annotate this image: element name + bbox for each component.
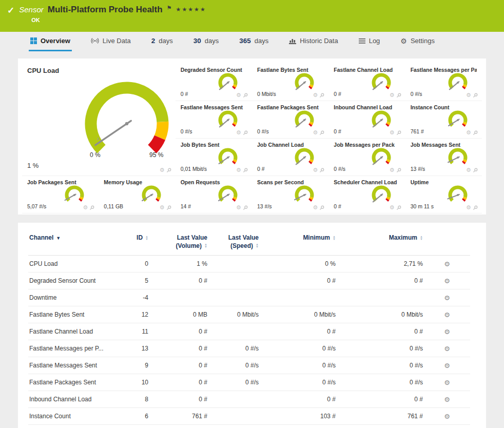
live-icon: [91, 37, 99, 44]
tab-2-days[interactable]: 2days: [150, 32, 175, 51]
cell-channel[interactable]: Degraded Sensor Count: [28, 273, 120, 289]
channel-settings-gear-icon[interactable]: ⚙: [444, 260, 450, 268]
tab-365-days[interactable]: 365days: [238, 32, 270, 51]
cell-last_volume: 0 #: [149, 374, 208, 391]
sort-desc-icon: ▼: [56, 236, 61, 241]
pin-icon[interactable]: [243, 130, 248, 135]
channel-settings-gear-icon[interactable]: ⚙: [444, 362, 450, 369]
column-header-min[interactable]: Minimum▲▼: [260, 230, 337, 256]
cell-channel[interactable]: Fastlane Bytes Sent: [28, 306, 120, 323]
gear-icon[interactable]: ⚙: [390, 130, 395, 135]
column-header-max[interactable]: Maximum▲▼: [337, 230, 424, 256]
gear-icon[interactable]: ⚙: [236, 92, 241, 98]
pin-icon[interactable]: [319, 205, 324, 210]
cell-channel[interactable]: Downtime: [28, 289, 120, 306]
channel-settings-gear-icon[interactable]: ⚙: [444, 328, 450, 336]
channel-settings-gear-icon[interactable]: ⚙: [444, 413, 450, 420]
cell-channel[interactable]: Fastlane Messages per P...: [28, 340, 120, 357]
column-header-last_speed[interactable]: Last Value(Speed)▲▼: [208, 230, 260, 256]
tab-live-data[interactable]: Live Data: [89, 32, 132, 51]
gear-icon[interactable]: ⚙: [313, 205, 318, 210]
gear-icon[interactable]: ⚙: [160, 205, 165, 210]
flag-icon[interactable]: ⚑: [167, 5, 172, 11]
gauge-scale-max: 95 %: [149, 151, 163, 159]
tab-historic-data[interactable]: Historic Data: [287, 32, 339, 51]
column-header-channel[interactable]: Channel▼: [28, 230, 120, 256]
gauge-value: 0 Mbit/s: [257, 91, 276, 97]
tab-number: 30: [193, 37, 201, 45]
priority-stars[interactable]: ★★★★★: [176, 6, 206, 13]
gear-icon[interactable]: ⚙: [160, 167, 165, 173]
cell-last_speed: [208, 256, 260, 273]
gear-icon[interactable]: ⚙: [390, 92, 395, 98]
cell-channel[interactable]: CPU Load: [28, 256, 120, 273]
pin-icon[interactable]: [319, 168, 324, 173]
column-header-id[interactable]: ID▲▼: [120, 230, 149, 256]
gear-icon[interactable]: ⚙: [313, 130, 318, 135]
channel-settings-gear-icon[interactable]: ⚙: [444, 396, 450, 403]
pin-icon[interactable]: [243, 168, 248, 173]
cell-id: 12: [120, 306, 149, 323]
pin-icon[interactable]: [166, 168, 171, 173]
gear-icon[interactable]: ⚙: [236, 167, 241, 173]
tab-30-days[interactable]: 30days: [192, 32, 221, 51]
gear-icon[interactable]: ⚙: [313, 92, 318, 98]
gear-icon[interactable]: ⚙: [390, 205, 395, 210]
cell-last_speed: [208, 273, 260, 289]
cell-channel[interactable]: Fastlane Channel Load: [28, 323, 120, 340]
gear-icon[interactable]: ⚙: [236, 205, 241, 210]
gear-icon[interactable]: ⚙: [466, 130, 471, 135]
tab-label: Live Data: [103, 37, 131, 45]
gauge-dial: [293, 108, 316, 132]
pin-icon[interactable]: [396, 205, 401, 210]
gear-icon[interactable]: ⚙: [390, 167, 395, 173]
pin-icon[interactable]: [319, 130, 324, 135]
cell-last_speed: [208, 289, 260, 306]
table-row-fastlane-messages-sent: Fastlane Messages Sent90 #0 #/s0 #/s0 #/…: [28, 357, 470, 374]
channel-settings-gear-icon[interactable]: ⚙: [444, 345, 450, 353]
channel-settings-gear-icon[interactable]: ⚙: [444, 311, 450, 319]
gear-icon[interactable]: ⚙: [466, 205, 471, 210]
channel-settings-gear-icon[interactable]: ⚙: [444, 379, 450, 386]
gear-icon[interactable]: ⚙: [236, 130, 241, 135]
cell-max: 0 #: [337, 323, 424, 340]
pin-icon[interactable]: [89, 205, 94, 210]
gear-icon[interactable]: ⚙: [466, 92, 471, 98]
gauge-dial: [140, 183, 163, 207]
cell-last_volume: [149, 289, 208, 306]
cell-actions: ⚙: [424, 306, 470, 323]
pin-icon[interactable]: [396, 168, 401, 173]
pin-icon[interactable]: [243, 93, 248, 98]
table-row-inbound-channel-load: Inbound Channel Load80 #0 #0 #⚙: [28, 391, 470, 408]
channel-settings-gear-icon[interactable]: ⚙: [444, 294, 450, 302]
gauge-value: 0 #/s: [334, 166, 345, 172]
pin-icon[interactable]: [396, 93, 401, 98]
pin-icon[interactable]: [396, 130, 401, 135]
pin-icon[interactable]: [473, 205, 478, 210]
pin-icon[interactable]: [166, 205, 171, 210]
gear-icon[interactable]: ⚙: [466, 167, 471, 173]
overview-icon: [30, 37, 37, 44]
column-header-last_volume[interactable]: Last Value(Volume)▲▼: [149, 230, 208, 256]
gear-icon[interactable]: ⚙: [83, 205, 88, 210]
gear-icon[interactable]: ⚙: [313, 167, 318, 173]
pin-icon[interactable]: [473, 93, 478, 98]
gauge-cell-degraded-sensor-count: Degraded Sensor Count0 #⚙: [176, 64, 252, 101]
cell-channel[interactable]: Fastlane Packages Sent: [28, 374, 120, 391]
gauge-cell-job-channel-load: Job Channel Load0 #⚙: [252, 139, 328, 176]
pin-icon[interactable]: [473, 130, 478, 135]
tab-settings[interactable]: ⚙Settings: [399, 32, 436, 51]
tab-label: days: [159, 37, 172, 45]
cell-channel[interactable]: Instance Count: [28, 408, 120, 425]
pin-icon[interactable]: [243, 205, 248, 210]
tab-log[interactable]: Log: [357, 32, 382, 51]
cell-channel[interactable]: Inbound Channel Load: [28, 391, 120, 408]
pin-icon[interactable]: [319, 93, 324, 98]
cell-id: -4: [120, 289, 149, 306]
tab-overview[interactable]: Overview: [29, 32, 72, 51]
tab-number: 2: [151, 37, 156, 45]
cell-id: 11: [120, 323, 149, 340]
channel-settings-gear-icon[interactable]: ⚙: [444, 277, 450, 285]
pin-icon[interactable]: [473, 168, 478, 173]
cell-channel[interactable]: Fastlane Messages Sent: [28, 357, 120, 374]
